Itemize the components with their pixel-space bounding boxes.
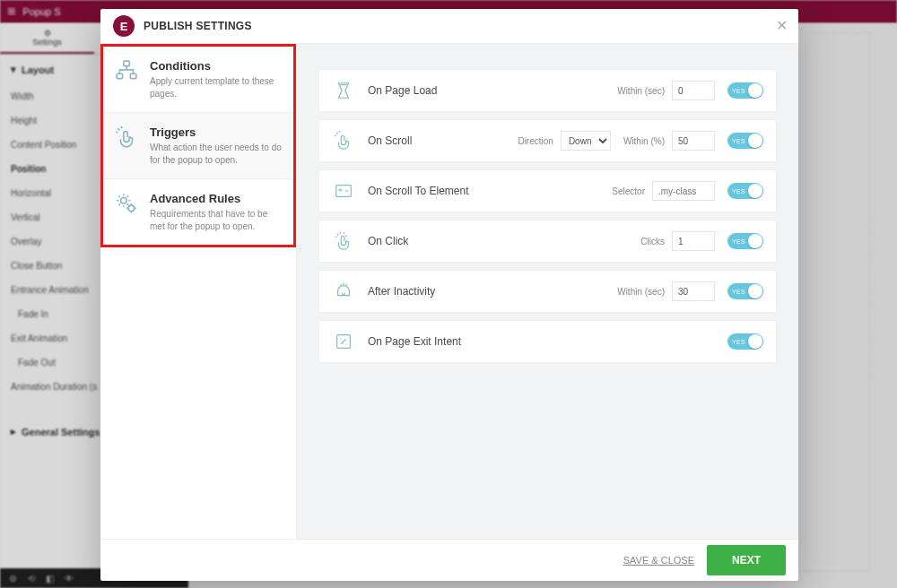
toggle-label: YES — [732, 339, 745, 345]
sidebar-item-title: Advanced Rules — [150, 192, 283, 205]
svg-point-3 — [121, 198, 127, 204]
svg-rect-2 — [130, 74, 136, 78]
field-label: Within (%) — [623, 136, 665, 146]
field-label: Direction — [518, 136, 553, 146]
trigger-name: On Page Exit Intent — [368, 335, 461, 348]
toggle-knob — [748, 234, 762, 248]
toggle-knob — [748, 334, 762, 349]
advanced-icon — [114, 192, 139, 232]
trigger-on_click: On ClickClicksYES — [318, 220, 777, 263]
toggle-label: YES — [732, 138, 745, 144]
modal-sidebar: ConditionsApply current template to thes… — [100, 44, 297, 539]
on_exit_intent-icon — [332, 330, 355, 353]
on_click-icon — [332, 229, 355, 253]
on_scroll_element-icon — [332, 179, 355, 203]
modal-footer: SAVE & CLOSE NEXT — [100, 539, 798, 581]
sidebar-item-desc: Requirements that have to be met for the… — [150, 208, 283, 232]
sidebar-item-triggers[interactable]: TriggersWhat action the user needs to do… — [103, 113, 293, 179]
on_scroll_element-input[interactable] — [652, 181, 715, 201]
modal-title: PUBLISH SETTINGS — [144, 20, 252, 32]
toggle-knob — [748, 83, 762, 98]
toggle-knob — [748, 184, 762, 198]
trigger-on_scroll: On ScrollDirectionDownWithin (%)YES — [318, 119, 777, 162]
field-label: Within (sec) — [617, 287, 665, 297]
modal-sidebar-highlight: ConditionsApply current template to thes… — [100, 44, 296, 247]
on_scroll-icon — [332, 129, 355, 152]
after_inactivity-icon — [332, 280, 355, 303]
svg-point-4 — [128, 205, 135, 212]
on_page_load-toggle[interactable]: YES — [727, 82, 763, 99]
trigger-on_exit_intent: On Page Exit IntentYES — [318, 320, 777, 363]
on_scroll_element-toggle[interactable]: YES — [727, 183, 763, 199]
toggle-label: YES — [732, 188, 745, 195]
field-label: Within (sec) — [617, 86, 665, 96]
elementor-logo-icon: E — [113, 15, 135, 37]
on_click-toggle[interactable]: YES — [727, 233, 763, 249]
trigger-after_inactivity: After InactivityWithin (sec)YES — [318, 270, 777, 313]
on_scroll-input[interactable] — [672, 131, 715, 151]
on_scroll-toggle[interactable]: YES — [727, 133, 763, 149]
toggle-knob — [748, 284, 762, 298]
trigger-on_scroll_element: On Scroll To ElementSelectorYES — [318, 169, 777, 212]
toggle-label: YES — [732, 88, 745, 94]
sidebar-item-conditions[interactable]: ConditionsApply current template to thes… — [103, 47, 293, 113]
field-label: Clicks — [640, 237, 665, 246]
field-label: Selector — [612, 186, 645, 196]
sidebar-item-advanced[interactable]: Advanced RulesRequirements that have to … — [103, 179, 293, 245]
svg-rect-0 — [124, 61, 130, 65]
conditions-icon — [114, 59, 139, 99]
publish-settings-modal: E PUBLISH SETTINGS ✕ ConditionsApply cur… — [100, 9, 798, 581]
trigger-name: On Page Load — [368, 84, 437, 97]
save-and-close-button[interactable]: SAVE & CLOSE — [623, 555, 694, 566]
trigger-name: On Scroll To Element — [368, 185, 469, 197]
on_scroll-direction-select[interactable]: Down — [561, 131, 611, 151]
sidebar-item-title: Conditions — [150, 59, 283, 73]
close-icon[interactable]: ✕ — [776, 17, 788, 34]
trigger-on_page_load: On Page LoadWithin (sec)YES — [318, 69, 777, 112]
trigger-name: After Inactivity — [368, 285, 435, 298]
trigger-name: On Click — [368, 235, 408, 247]
on_exit_intent-toggle[interactable]: YES — [727, 333, 763, 350]
svg-rect-1 — [117, 74, 123, 78]
sidebar-item-title: Triggers — [150, 125, 283, 139]
trigger-name: On Scroll — [368, 134, 412, 147]
toggle-label: YES — [732, 289, 745, 295]
svg-rect-5 — [336, 186, 352, 197]
toggle-knob — [748, 134, 762, 148]
on_page_load-input[interactable] — [672, 81, 715, 100]
next-button[interactable]: NEXT — [707, 545, 786, 575]
toggle-label: YES — [732, 238, 745, 245]
modal-header: E PUBLISH SETTINGS ✕ — [100, 9, 798, 44]
on_click-input[interactable] — [672, 231, 715, 251]
sidebar-item-desc: What action the user needs to do for the… — [150, 142, 283, 166]
triggers-icon — [114, 125, 139, 166]
on_page_load-icon — [332, 79, 355, 102]
sidebar-item-desc: Apply current template to these pages. — [150, 75, 283, 99]
after_inactivity-toggle[interactable]: YES — [727, 283, 763, 299]
after_inactivity-input[interactable] — [672, 281, 715, 301]
modal-content: On Page LoadWithin (sec)YESOn ScrollDire… — [297, 44, 798, 539]
